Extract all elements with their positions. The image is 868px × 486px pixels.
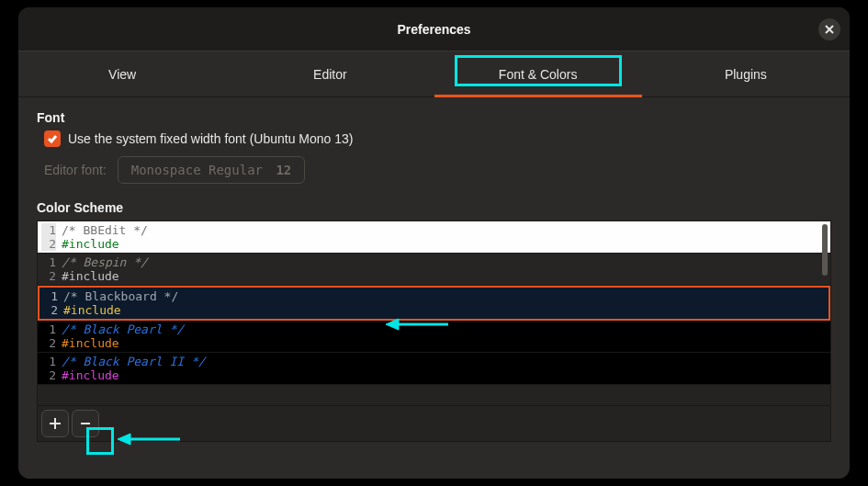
close-icon [825, 25, 834, 34]
editor-font-label: Editor font: [44, 163, 107, 177]
scrollbar-thumb[interactable] [822, 224, 828, 276]
titlebar: Preferences [18, 7, 850, 51]
use-system-font-row[interactable]: Use the system fixed width font (Ubuntu … [44, 130, 831, 147]
color-scheme-list[interactable]: 1/* BBEdit */2#include 1/* Bespin */2#in… [37, 220, 831, 406]
scheme-item-bbedit[interactable]: 1/* BBEdit */2#include [38, 221, 830, 254]
tab-editor[interactable]: Editor [226, 51, 434, 96]
editor-font-button[interactable]: Monospace Regular 12 [118, 156, 306, 184]
tab-view[interactable]: View [18, 51, 226, 96]
remove-scheme-button[interactable] [72, 410, 99, 437]
minus-icon [79, 417, 92, 430]
scheme-item-blackboard[interactable]: 1/* Blackboard */2#include [38, 286, 830, 321]
font-heading: Font [37, 110, 831, 125]
editor-font-name: Monospace Regular [131, 163, 263, 177]
scheme-item-bespin[interactable]: 1/* Bespin */2#include [38, 254, 830, 286]
close-button[interactable] [818, 18, 840, 40]
scheme-toolbar [37, 406, 831, 442]
content-area: Font Use the system fixed width font (Ub… [18, 97, 850, 442]
tab-plugins[interactable]: Plugins [642, 51, 850, 96]
use-system-font-checkbox[interactable] [44, 130, 61, 147]
use-system-font-label: Use the system fixed width font (Ubuntu … [68, 131, 353, 146]
editor-font-size: 12 [276, 163, 291, 177]
preferences-window: Preferences View Editor Font & Colors Pl… [18, 7, 850, 479]
tab-bar: View Editor Font & Colors Plugins [18, 51, 850, 97]
scheme-item-black-pearl-ii[interactable]: 1/* Black Pearl II */2#include [38, 353, 830, 385]
window-title: Preferences [397, 22, 470, 37]
plus-icon [49, 417, 62, 430]
tab-font-colors[interactable]: Font & Colors [434, 51, 642, 96]
check-icon [47, 133, 58, 144]
color-scheme-heading: Color Scheme [37, 200, 831, 215]
scheme-item-black-pearl[interactable]: 1/* Black Pearl */2#include [38, 321, 830, 353]
editor-font-row: Editor font: Monospace Regular 12 [44, 156, 831, 184]
add-scheme-button[interactable] [41, 410, 69, 437]
